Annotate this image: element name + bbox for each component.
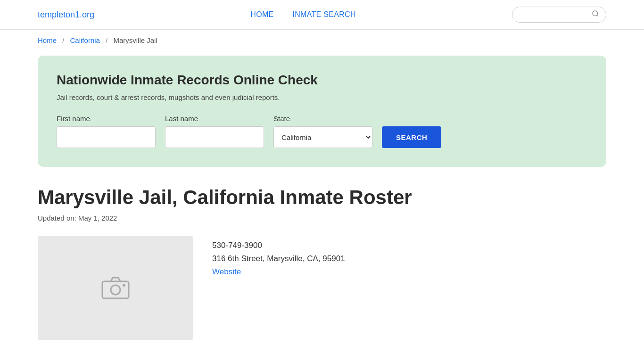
breadcrumb-sep-1: / [62, 36, 64, 44]
site-logo[interactable]: templeton1.org [38, 10, 94, 20]
first-name-group: First name [57, 115, 156, 148]
facility-address: 316 6th Street, Marysville, CA, 95901 [212, 254, 345, 263]
inmate-search-form: First name Last name State California SE… [57, 115, 587, 148]
last-name-input[interactable] [165, 126, 264, 148]
camera-icon [101, 275, 130, 301]
first-name-input[interactable] [57, 126, 156, 148]
breadcrumb: Home / California / Marysville Jail [0, 30, 644, 51]
contact-info: 530-749-3900 316 6th Street, Marysville,… [212, 236, 345, 277]
facility-phone: 530-749-3900 [212, 241, 345, 250]
search-icon [592, 10, 599, 19]
state-group: State California [273, 115, 372, 148]
svg-point-4 [123, 284, 125, 287]
svg-line-1 [597, 15, 598, 16]
page-title: Marysville Jail, California Inmate Roste… [38, 186, 606, 209]
main-content: Marysville Jail, California Inmate Roste… [0, 181, 644, 359]
search-button[interactable]: SEARCH [382, 126, 441, 148]
header-search-box[interactable] [512, 7, 606, 23]
breadcrumb-current: Marysville Jail [113, 36, 157, 44]
first-name-label: First name [57, 115, 156, 123]
facility-website-link[interactable]: Website [212, 267, 345, 277]
updated-date: Updated on: May 1, 2022 [38, 214, 606, 222]
last-name-label: Last name [165, 115, 264, 123]
facility-photo-placeholder [38, 236, 193, 340]
search-panel: Nationwide Inmate Records Online Check J… [38, 56, 606, 167]
nav-inmate-search[interactable]: INMATE SEARCH [292, 10, 355, 19]
search-panel-title: Nationwide Inmate Records Online Check [57, 73, 587, 88]
breadcrumb-home[interactable]: Home [38, 36, 57, 44]
svg-point-0 [593, 11, 598, 16]
breadcrumb-state[interactable]: California [70, 36, 100, 44]
header: templeton1.org HOME INMATE SEARCH [0, 0, 644, 30]
info-section: 530-749-3900 316 6th Street, Marysville,… [38, 236, 606, 340]
breadcrumb-sep-2: / [106, 36, 107, 44]
svg-rect-2 [102, 281, 129, 298]
search-panel-description: Jail records, court & arrest records, mu… [57, 93, 587, 101]
nav-home[interactable]: HOME [250, 10, 273, 19]
header-search-input[interactable] [519, 11, 592, 18]
state-label: State [273, 115, 372, 123]
main-nav: HOME INMATE SEARCH [250, 10, 356, 19]
svg-point-3 [111, 285, 120, 295]
state-select[interactable]: California [273, 126, 372, 148]
last-name-group: Last name [165, 115, 264, 148]
